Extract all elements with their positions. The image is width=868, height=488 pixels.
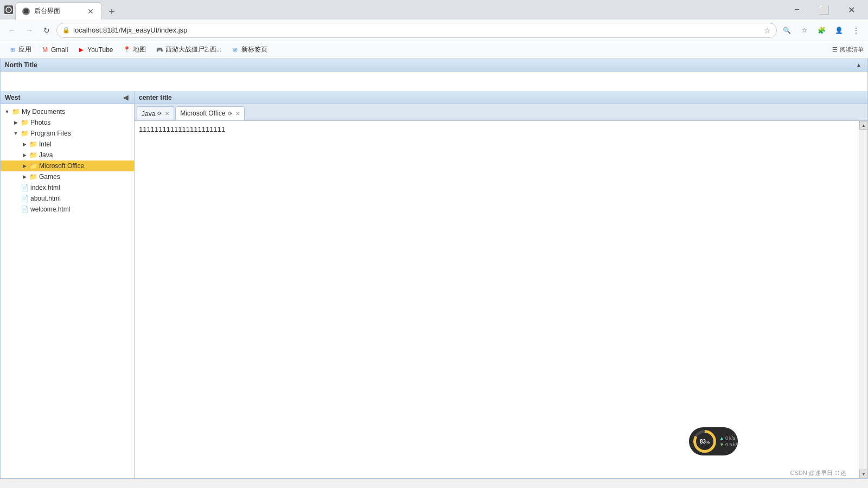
folder-program-files-icon: 📁 [20,129,29,138]
bookmark-star-button[interactable]: ☆ [796,23,812,38]
toggle-java[interactable]: ▶ [20,151,29,159]
west-panel-header: West ◀ [1,91,134,104]
back-button[interactable]: ← [4,23,20,38]
north-panel-header: North Title ▲ [1,59,867,72]
address-bar[interactable]: 🔒 localhost:8181/Mjx_easyUI/index.jsp ☆ [56,23,777,38]
file-index-icon: 📄 [20,183,29,192]
bookmark-gmail[interactable]: M Gmail [37,44,72,56]
bookmark-newtab[interactable]: ◎ 新标签页 [227,43,272,56]
north-panel-title: North Title [5,61,37,69]
toggle-games[interactable]: ▶ [20,172,29,181]
tree-item-my-docs[interactable]: ▼ 📁 My Documents [1,106,134,117]
network-circle-inner: 83% [696,433,713,450]
tree-item-welcome-html[interactable]: ▶ 📄 welcome.html [1,204,134,215]
tree-item-ms-office[interactable]: ▶ 📁 Microsoft Office [1,160,134,171]
search-button[interactable]: 🔍 [779,23,794,38]
gmail-icon: M [41,46,49,54]
page-content: North Title ▲ West ◀ ▼ [0,59,868,488]
toggle-my-docs[interactable]: ▼ [3,107,11,116]
easyui-layout: North Title ▲ West ◀ ▼ [0,59,868,488]
maps-icon: 📍 [123,46,131,54]
tab-favicon: ⬛ [22,8,30,15]
toggle-program-files[interactable]: ▼ [11,129,20,138]
tree-item-photos[interactable]: ▶ 📁 Photos [1,117,134,128]
tree-item-games[interactable]: ▶ 📁 Games [1,171,134,182]
reload-button[interactable]: ↻ [39,23,54,38]
toggle-intel[interactable]: ▶ [20,140,29,149]
center-panel-title: center title [139,94,172,101]
close-button[interactable]: ✕ [839,1,864,18]
network-download-speed: ▼ 0.5 k/s [719,442,739,447]
csdn-watermark: CSDN @迷早日 ∷ 述 [790,469,846,477]
bookmark-youtube-label: YouTube [87,46,113,54]
address-text: localhost:8181/Mjx_easyUI/index.jsp [73,26,761,34]
tree-label-java: Java [39,151,53,159]
youtube-icon: ▶ [78,46,85,54]
tab-java-close[interactable]: ✕ [165,111,169,117]
west-collapse-button[interactable]: ◀ [121,93,130,102]
network-speeds: ▲ 0 k/s ▼ 0.5 k/s [719,435,739,447]
scroll-up-button[interactable]: ▲ [859,121,867,130]
tree-item-intel[interactable]: ▶ 📁 Intel [1,139,134,150]
bottom-bar [0,478,868,488]
bookmark-apps-label: 应用 [18,45,31,54]
tab-msoffice-close[interactable]: ✕ [235,111,240,117]
reading-list-icon[interactable]: ☰ [832,46,838,53]
folder-games-icon: 📁 [29,172,37,181]
tree-item-program-files[interactable]: ▼ 📁 Program Files [1,128,134,139]
maximize-button[interactable]: ⬜ [812,1,837,18]
bookmark-youtube[interactable]: ▶ YouTube [73,44,117,56]
extensions-button[interactable]: 🧩 [814,23,829,38]
tree-label-program-files: Program Files [30,130,71,137]
upload-arrow-icon: ▲ [719,435,724,441]
center-panel-header: center title [135,91,867,104]
title-bar: ⬛ 后台界面 ✕ + − ⬜ ✕ [0,0,868,20]
tab-java-refresh-icon: ⟳ [157,111,162,117]
tab-msoffice-refresh-icon: ⟳ [228,111,232,117]
bookmark-newtab-label: 新标签页 [241,45,267,54]
tab-msoffice[interactable]: Microsoft Office ⟳ ✕ [175,106,244,120]
download-speed-unit: k/s [733,442,739,447]
bookmark-maps[interactable]: 📍 地图 [119,43,150,56]
scroll-down-button[interactable]: ▼ [859,470,867,478]
lock-icon: 🔒 [62,27,70,34]
folder-ms-office-icon: 📁 [29,162,37,170]
network-upload-speed: ▲ 0 k/s [719,435,739,441]
tab-content-text: 1111111111111111111111 [139,125,225,133]
tab-java[interactable]: Java ⟳ ✕ [137,106,174,120]
folder-java-icon: 📁 [29,151,37,159]
browser-tab-active[interactable]: ⬛ 后台界面 ✕ [15,2,102,20]
minimize-button[interactable]: − [784,1,809,18]
profile-button[interactable]: 👤 [831,23,846,38]
file-about-icon: 📄 [20,194,29,203]
file-tree: ▼ 📁 My Documents ▶ 📁 Photos ▼ [1,104,134,478]
svg-point-0 [6,7,11,12]
tab-close-button[interactable]: ✕ [86,7,95,16]
network-widget: 83% ▲ 0 k/s ▼ 0.5 k/s [689,427,738,455]
toggle-ms-office[interactable]: ▶ [20,162,29,170]
west-panel: West ◀ ▼ 📁 My Documents ▶ 📁 [0,91,135,478]
address-bar-right: ☆ [764,26,771,35]
bookmark-apps[interactable]: ⊞ 应用 [4,43,36,56]
toggle-photos[interactable]: ▶ [11,118,20,127]
new-tab-button[interactable]: + [104,4,119,20]
tree-item-about-html[interactable]: ▶ 📄 about.html [1,193,134,204]
menu-button[interactable]: ⋮ [848,23,864,38]
tree-item-index-html[interactable]: ▶ 📄 index.html [1,182,134,193]
north-panel: North Title ▲ [0,59,868,91]
upload-speed-unit: k/s [729,435,736,441]
tab-title: 后台界面 [34,7,60,16]
scroll-track[interactable] [859,130,867,470]
window-controls: − ⬜ ✕ [784,1,864,18]
game-icon: 🎮 [156,46,163,54]
north-collapse-button[interactable]: ▲ [854,61,863,69]
bookmark-game[interactable]: 🎮 西游大战僵尸2.西... [151,43,226,56]
tree-label-about-html: about.html [30,195,61,202]
forward-button[interactable]: → [22,23,37,38]
tree-item-java[interactable]: ▶ 📁 Java [1,150,134,160]
upload-speed-value: 0 [725,435,728,441]
newtab-icon: ◎ [232,46,239,54]
star-icon[interactable]: ☆ [764,26,771,35]
folder-photos-icon: 📁 [20,118,29,127]
tab-bar: ⬛ 后台界面 ✕ + [15,0,782,20]
